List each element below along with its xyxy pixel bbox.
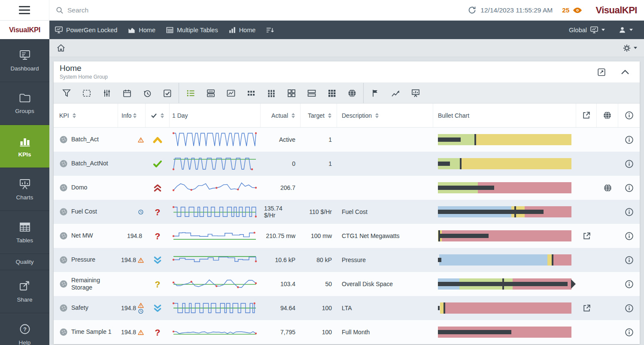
sparkline-cell[interactable]: [170, 152, 261, 176]
threshold-slider-button[interactable]: [97, 83, 117, 103]
kpi-name-cell[interactable]: Domo: [54, 176, 118, 200]
info-cell: 194.8: [118, 248, 146, 272]
tab-multiple-tables[interactable]: Multiple Tables: [161, 21, 223, 39]
table-row[interactable]: Pressure194.810.6 kP80 kPPressure: [54, 248, 640, 272]
view-grid-2x2-button[interactable]: [281, 83, 301, 103]
sidebar-item-groups[interactable]: Groups: [0, 82, 49, 125]
row-details-button[interactable]: [618, 272, 640, 296]
kpi-name-cell[interactable]: Batch_Act: [54, 128, 118, 152]
calendar-button[interactable]: [117, 83, 137, 103]
tab-home-chart[interactable]: Home: [122, 21, 161, 39]
status-flag-button[interactable]: [365, 83, 385, 103]
external-link-cell[interactable]: [576, 224, 597, 248]
view-list-button[interactable]: [180, 83, 200, 103]
sort-icon: [375, 113, 379, 118]
sparkline-cell[interactable]: [170, 272, 261, 296]
home-icon[interactable]: [56, 43, 66, 52]
view-rows-wide-button[interactable]: [301, 83, 322, 103]
view-bars-button[interactable]: [261, 83, 281, 103]
row-details-button[interactable]: [618, 224, 640, 248]
scope-selector[interactable]: Global: [564, 26, 610, 34]
history-button[interactable]: [137, 83, 157, 103]
map-cell[interactable]: [597, 176, 618, 200]
row-details-button[interactable]: [618, 200, 640, 224]
table-row[interactable]: Domo206.7: [54, 176, 640, 200]
info-badges: [138, 257, 144, 263]
header-map[interactable]: [597, 104, 618, 127]
header-status[interactable]: [146, 104, 170, 127]
sidebar-item-help[interactable]: ? Help: [0, 313, 49, 345]
sidebar-item-share[interactable]: Share: [0, 270, 49, 313]
sparkline-cell[interactable]: [170, 200, 261, 224]
sparkline-cell[interactable]: [170, 320, 261, 344]
table-row[interactable]: Time Sample 1194.8?7,795100Full Month: [54, 320, 640, 344]
header-description[interactable]: Description: [337, 104, 433, 127]
table-row[interactable]: Net MW194.8?210.75 mw100 mwCTG1 Net Mega…: [54, 224, 640, 248]
sidebar-item-kpis[interactable]: KPIs: [0, 125, 49, 168]
sparkline-cell[interactable]: [170, 224, 261, 248]
row-details-button[interactable]: [618, 128, 640, 152]
page-settings-menu[interactable]: [622, 43, 637, 53]
view-rows-button[interactable]: [200, 83, 221, 103]
sidebar-item-quality[interactable]: Quality: [0, 254, 49, 270]
tab-powergen-locked[interactable]: PowerGen Locked: [49, 21, 122, 39]
table-row[interactable]: Fuel Cost?135.74 $/Hr110 $/HrFuel Cost: [54, 200, 640, 224]
row-details-button[interactable]: [618, 320, 640, 344]
table-row[interactable]: Batch_ActActive1: [54, 128, 640, 152]
sparkline-cell[interactable]: [170, 248, 261, 272]
alert-count[interactable]: 25: [562, 6, 569, 14]
tab-home-bars[interactable]: Home: [223, 21, 261, 39]
bullet-cell: [433, 224, 576, 248]
sidebar-item-charts[interactable]: Charts: [0, 168, 49, 211]
view-chart-button[interactable]: [221, 83, 241, 103]
table-row[interactable]: Batch_ActNot01: [54, 152, 640, 176]
kpi-name-cell[interactable]: Fuel Cost: [54, 200, 118, 224]
row-details-button[interactable]: [618, 248, 640, 272]
marquee-select-button[interactable]: [76, 83, 97, 103]
row-details-button[interactable]: [618, 176, 640, 200]
presentation-chart-icon: [410, 88, 421, 98]
presentation-button[interactable]: [405, 83, 425, 103]
collapse-panel-button[interactable]: [621, 70, 629, 75]
view-grid-3x3-button[interactable]: [322, 83, 342, 103]
filter-button[interactable]: [56, 83, 76, 103]
map-cell: [597, 248, 618, 272]
sparkline-cell[interactable]: [170, 296, 261, 320]
expand-panel-button[interactable]: [597, 67, 606, 77]
table-row[interactable]: Remaining Storage?103.450Overall Disk Sp…: [54, 272, 640, 296]
header-info[interactable]: Info: [118, 104, 146, 127]
header-kpi[interactable]: KPI: [54, 104, 118, 127]
kpi-name-cell[interactable]: Safety: [54, 296, 118, 320]
row-details-button[interactable]: [618, 152, 640, 176]
search-bar: [49, 6, 468, 14]
header-external-link[interactable]: [576, 104, 597, 127]
kpi-name-cell[interactable]: Time Sample 1: [54, 320, 118, 344]
row-details-button[interactable]: [618, 296, 640, 320]
kpi-name-cell[interactable]: Net MW: [54, 224, 118, 248]
sparkline-cell[interactable]: [170, 128, 261, 152]
header-actual[interactable]: Actual: [261, 104, 301, 127]
view-rows-icon: [206, 88, 216, 98]
search-input[interactable]: [67, 6, 248, 14]
kpi-name-cell[interactable]: Batch_ActNot: [54, 152, 118, 176]
tab-sort-button[interactable]: [261, 21, 279, 39]
eye-icon[interactable]: [572, 7, 583, 14]
sort-icon: [73, 113, 76, 118]
view-map-button[interactable]: [342, 83, 362, 103]
select-items-button[interactable]: [157, 83, 177, 103]
trend-view-button[interactable]: [385, 83, 405, 103]
refresh-icon[interactable]: [468, 6, 477, 15]
sidebar-item-tables[interactable]: Tables: [0, 211, 49, 254]
hamburger-menu-button[interactable]: [0, 0, 49, 20]
user-menu[interactable]: [613, 26, 638, 34]
sparkline-cell[interactable]: [170, 176, 261, 200]
external-link-cell[interactable]: [576, 296, 597, 320]
header-1day[interactable]: 1 Day: [170, 104, 261, 127]
sidebar-item-dashboard[interactable]: Dashboard: [0, 39, 49, 82]
kpi-name-cell[interactable]: Remaining Storage: [54, 272, 118, 296]
view-tiles-small-button[interactable]: [241, 83, 261, 103]
header-target[interactable]: Target: [301, 104, 337, 127]
header-details[interactable]: [618, 104, 640, 127]
table-row[interactable]: Safety194.894.64100LTA: [54, 296, 640, 320]
kpi-name-cell[interactable]: Pressure: [54, 248, 118, 272]
